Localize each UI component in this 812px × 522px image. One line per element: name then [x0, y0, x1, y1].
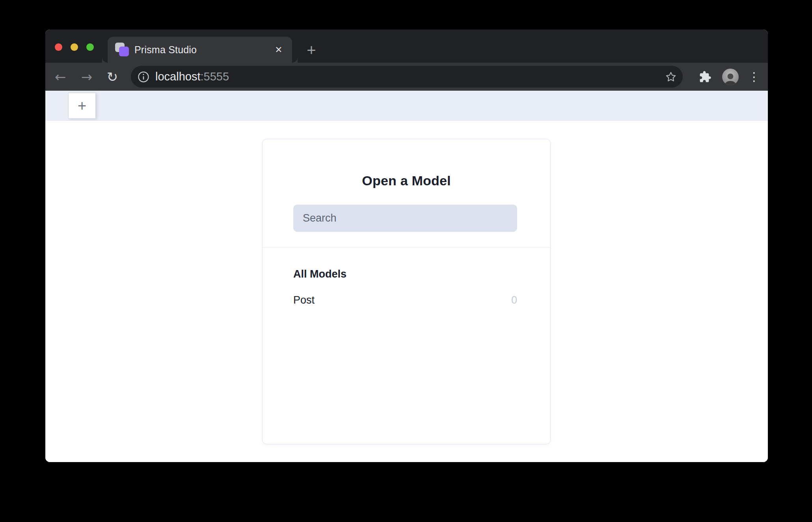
forward-icon[interactable]: →: [78, 68, 96, 86]
reload-icon[interactable]: ↻: [103, 68, 121, 86]
macos-traffic-lights: [55, 43, 94, 51]
maximize-window-button[interactable]: [86, 43, 94, 51]
browser-new-tab-button[interactable]: +: [302, 41, 321, 60]
open-model-dialog: Open a Model All Models Post 0: [262, 139, 551, 444]
site-info-icon[interactable]: [138, 71, 149, 83]
back-icon[interactable]: ←: [51, 68, 69, 86]
model-search-input[interactable]: [293, 205, 517, 232]
model-record-count: 0: [511, 294, 517, 306]
close-window-button[interactable]: [55, 43, 62, 51]
url-text: localhost:5555: [155, 70, 665, 83]
browser-toolbar: ← → ↻ localhost:5555: [45, 63, 768, 91]
tab-close-icon[interactable]: ✕: [271, 42, 287, 58]
dialog-title: Open a Model: [263, 173, 550, 188]
dialog-header-section: Open a Model: [263, 139, 550, 248]
toolbar-right-cluster: ⋮: [696, 63, 768, 91]
url-port: :5555: [200, 70, 229, 83]
browser-window: Prisma Studio ✕ + ← → ↻ localhost:5555: [45, 30, 768, 462]
list-item-model-post[interactable]: Post 0: [293, 294, 517, 306]
studio-new-tab-button[interactable]: +: [68, 93, 96, 119]
minimize-window-button[interactable]: [71, 43, 78, 51]
browser-tab-prisma-studio[interactable]: Prisma Studio ✕: [108, 37, 292, 63]
extensions-puzzle-icon[interactable]: [696, 68, 714, 86]
browser-tab-strip: Prisma Studio ✕ +: [45, 30, 768, 63]
url-address-bar[interactable]: localhost:5555: [131, 66, 683, 88]
models-list-section: All Models Post 0: [263, 248, 550, 306]
studio-tab-strip: +: [45, 91, 768, 121]
prisma-studio-favicon-icon: [115, 42, 130, 58]
url-host: localhost: [155, 70, 200, 83]
bookmark-star-icon[interactable]: [665, 71, 677, 83]
studio-page: Open a Model All Models Post 0: [45, 121, 768, 462]
profile-avatar[interactable]: [722, 69, 739, 85]
browser-menu-dots-icon[interactable]: ⋮: [745, 68, 763, 86]
all-models-heading: All Models: [293, 268, 517, 280]
model-name: Post: [293, 294, 315, 306]
tab-title: Prisma Studio: [134, 44, 271, 56]
